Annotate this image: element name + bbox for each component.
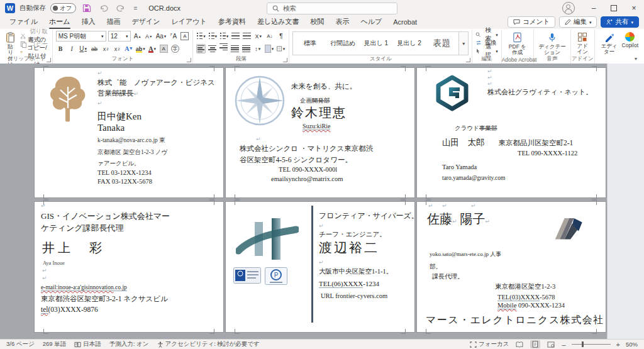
change-case-button[interactable]: Aa▾ [155,31,167,41]
copilot-button[interactable]: Copilot [621,31,640,55]
phonetic-guide-button[interactable]: ｱA [169,31,178,41]
zoom-level[interactable]: 50% [626,341,638,348]
qat-more-button[interactable]: = [131,4,139,13]
tab-draw[interactable]: 描画 [101,16,126,29]
show-marks-button[interactable]: ¶ [276,31,286,41]
find-button[interactable]: 検索 ▾ [475,31,497,38]
italic-button[interactable]: I [67,44,77,53]
enclose-characters-button[interactable]: A [180,31,189,41]
search-box[interactable]: 検索 [267,3,397,14]
comments-button[interactable]: コメント [508,16,555,28]
shrink-font-button[interactable]: A▾ [144,31,153,41]
distribute-button[interactable] [242,44,251,53]
share-button[interactable]: 共有 ▾ [601,16,639,28]
tab-home[interactable]: ホーム [43,16,76,29]
select-button[interactable]: 選択 ▾ [475,47,497,55]
business-card-page-3[interactable]: ↵↵↵ 株式会社グラヴィティ・ネット。 クラウド事業部 山田 太郎東京都品川区架… [417,68,606,197]
tab-references[interactable]: 参考資料 [213,16,252,29]
align-center-button[interactable] [208,44,217,53]
bold-button[interactable]: B [56,44,65,53]
tab-acrobat[interactable]: Acrobat [387,16,423,29]
text-effects-button[interactable]: A▾ [124,44,133,53]
zoom-in-button[interactable]: + [616,341,620,348]
zoom-out-button[interactable]: – [562,341,565,348]
line-spacing-button[interactable]: ↕▾ [253,44,262,53]
business-card-page-5[interactable]: P フロンティア・サイバーズ。 ↵ チーフ・エンジニア。 渡辺裕二 ↵ 大阪市中… [226,202,414,332]
font-name-combo[interactable]: MS P明朝 ▾ [56,31,106,42]
tab-file[interactable]: ファイル [4,16,43,29]
shading-button[interactable]: ▾ [264,44,274,53]
align-left-button[interactable] [196,44,206,53]
editing-mode-button[interactable]: 編集 ▾ [559,16,597,28]
borders-button[interactable]: ▾ [276,44,286,53]
asian-layout-button[interactable]: X▾ [253,31,263,41]
justify-button[interactable] [230,44,240,53]
autosave-toggle[interactable]: オフ [50,3,76,13]
card4-email-tld: .co.jp [114,284,127,291]
grow-font-button[interactable]: A▴ [133,31,142,41]
collapse-ribbon-button[interactable]: ▾ [631,55,641,62]
save-button[interactable] [80,3,93,14]
dictation-button[interactable]: ディクテーション [537,31,567,56]
web-layout-button[interactable] [546,340,556,348]
style-normal[interactable]: 標準 [293,32,326,55]
maximize-button[interactable] [604,0,624,16]
addins-button[interactable]: アドイン [574,31,591,55]
word-count[interactable]: 269 単語 [43,340,67,348]
enclose-character-button[interactable]: 字 [170,44,180,53]
tab-mailings[interactable]: 差し込み文書 [252,16,305,29]
page-indicator[interactable]: 3/6 ページ [6,340,35,348]
tab-review[interactable]: 校閲 [304,16,330,29]
account-avatar[interactable] [562,2,575,14]
style-title[interactable]: 表題 [426,32,459,55]
undo-button[interactable] [97,3,110,13]
numbering-button[interactable]: ▾ [208,31,218,41]
close-button[interactable]: × [624,0,644,16]
business-card-page-6[interactable]: ↵ ↵ ↵ 佐藤↵ 陽子↵ yoko.sato@mars-ete.co.jp 人… [417,202,606,332]
business-card-page-1[interactable]: ↵ 株式゜能 ノヴァアーク・ビジネス 営業部課長↵ ↵ 田中健Ken Tanak… [35,68,223,197]
subscript-button[interactable]: x2 [101,44,111,53]
accessibility-indicator[interactable]: アクセシビリティ: 検討が必要です [157,340,260,348]
font-dialog-launcher[interactable] [187,58,191,62]
increase-indent-button[interactable] [242,31,252,41]
clipboard-dialog-launcher[interactable] [47,58,51,62]
minimize-button[interactable]: – [584,0,604,16]
styles-dialog-launcher[interactable] [466,58,470,62]
style-heading2[interactable]: 見出し 2 [392,32,426,55]
character-shading-button[interactable]: A [159,44,169,53]
business-card-page-2[interactable]: 未来を創る、共に。 企画開発部 鈴木理恵 Suzu:kiRie ↵ 株式会社シン… [226,68,414,197]
text-prediction-indicator[interactable]: 予測入力: オン [109,340,149,348]
read-mode-button[interactable] [514,340,525,348]
tab-insert[interactable]: 挿入 [76,16,101,29]
underline-button[interactable]: U▾ [79,44,88,53]
print-layout-button[interactable] [530,340,540,348]
font-size-combo[interactable]: 12 ▾ [108,31,131,42]
language-indicator[interactable]: 日本語 [74,340,101,348]
superscript-button[interactable]: x2 [113,44,122,53]
strikethrough-button[interactable]: ab [90,44,99,53]
tab-help[interactable]: ヘルプ [355,16,387,29]
highlight-color-button[interactable]: ab▾ [135,44,146,53]
zoom-slider[interactable] [572,344,611,345]
tab-view[interactable]: 表示 [330,16,355,29]
redo-button[interactable] [114,3,127,13]
create-pdf-button[interactable]: PDF を作成 [505,31,530,56]
proofing-icon [74,341,81,348]
decrease-indent-button[interactable] [231,31,240,41]
business-card-page-4[interactable]: ↵ GIS・イノベーション株式会社マー ケティング課部長代理 井上 彩 Aya … [35,202,223,332]
focus-mode-button[interactable]: フォーカス [470,340,509,348]
style-no-spacing[interactable]: 行間詰め [326,32,360,55]
align-right-button[interactable] [219,44,228,53]
sort-button[interactable]: A↓ [265,31,274,41]
tab-layout[interactable]: レイアウト [166,16,213,29]
style-heading1[interactable]: 見出し 1 [360,32,393,55]
editor-button[interactable]: エディター [598,31,621,55]
styles-gallery-more-button[interactable]: ▾ [458,32,468,55]
multilevel-list-button[interactable]: ▾ [219,31,229,41]
zoom-slider-thumb[interactable] [582,341,584,347]
word-app-icon[interactable]: W [5,3,15,13]
bullets-button[interactable]: ▾ [196,31,206,41]
tab-design[interactable]: デザイン [126,16,166,29]
paragraph-dialog-launcher[interactable] [283,58,287,62]
font-color-button[interactable]: A▾ [148,44,157,53]
